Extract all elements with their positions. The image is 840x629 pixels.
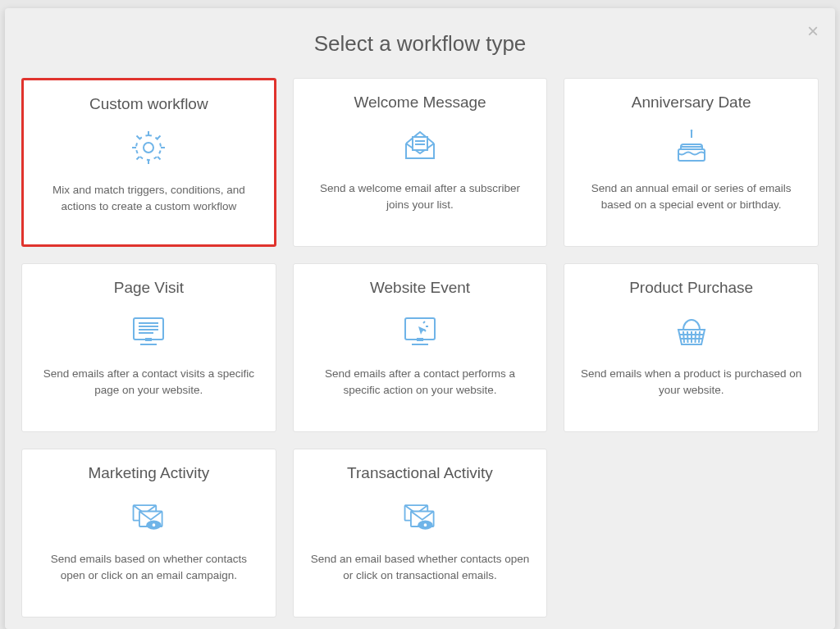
shopping-basket-icon bbox=[672, 312, 711, 351]
card-title: Welcome Message bbox=[354, 93, 486, 112]
workflow-type-modal: × Select a workflow type Custom workflow… bbox=[5, 8, 835, 629]
card-description: Send emails based on whether contacts op… bbox=[37, 551, 261, 583]
card-title: Transactional Activity bbox=[347, 464, 493, 482]
svg-point-31 bbox=[152, 522, 157, 527]
svg-line-18 bbox=[423, 321, 425, 323]
svg-line-20 bbox=[424, 330, 426, 331]
card-description: Send emails after a contact performs a s… bbox=[308, 366, 532, 398]
card-description: Mix and match triggers, conditions, and … bbox=[39, 182, 259, 214]
modal-title: Select a workflow type bbox=[21, 31, 819, 57]
monitor-click-icon bbox=[400, 312, 440, 351]
monitor-page-icon bbox=[129, 312, 168, 351]
card-marketing-activity[interactable]: Marketing Activity Send emails based on … bbox=[21, 449, 276, 618]
card-title: Page Visit bbox=[114, 279, 184, 297]
card-description: Send a welcome email after a subscriber … bbox=[308, 180, 532, 212]
svg-line-21 bbox=[683, 331, 684, 343]
svg-line-25 bbox=[699, 331, 700, 343]
card-page-visit[interactable]: Page Visit Send emails after a contact v… bbox=[21, 263, 276, 432]
card-transactional-activity[interactable]: Transactional Activity Send an email bas… bbox=[293, 449, 548, 618]
card-title: Website Event bbox=[370, 279, 470, 297]
card-website-event[interactable]: Website Event Send emails after a contac… bbox=[293, 263, 548, 432]
close-icon[interactable]: × bbox=[807, 21, 819, 41]
card-description: Send emails after a contact visits a spe… bbox=[37, 366, 261, 398]
svg-line-24 bbox=[695, 331, 696, 343]
card-title: Anniversary Date bbox=[632, 93, 751, 112]
modal-backdrop: × Select a workflow type Custom workflow… bbox=[0, 0, 840, 629]
svg-line-22 bbox=[687, 331, 688, 343]
svg-point-0 bbox=[144, 143, 153, 153]
card-anniversary-date[interactable]: Anniversary Date Send an annual email or… bbox=[564, 78, 819, 247]
card-description: Send an email based whether contacts ope… bbox=[308, 551, 532, 583]
birthday-cake-icon bbox=[672, 126, 711, 166]
card-product-purchase[interactable]: Product Purchase Send emails when a bbox=[564, 263, 819, 432]
card-custom-workflow[interactable]: Custom workflow Mix and match triggers, … bbox=[21, 78, 276, 247]
card-title: Marketing Activity bbox=[88, 464, 209, 482]
envelopes-eye-icon bbox=[129, 497, 168, 536]
workflow-type-grid: Custom workflow Mix and match triggers, … bbox=[21, 78, 819, 618]
card-welcome-message[interactable]: Welcome Message Send a welcome email aft… bbox=[293, 78, 548, 247]
gear-icon bbox=[129, 128, 168, 167]
card-title: Custom workflow bbox=[89, 95, 208, 113]
envelopes-eye-icon bbox=[400, 497, 440, 536]
svg-point-35 bbox=[423, 522, 428, 527]
card-title: Product Purchase bbox=[629, 279, 753, 297]
envelope-open-icon bbox=[400, 126, 440, 166]
card-description: Send an annual email or series of emails… bbox=[579, 180, 803, 212]
card-description: Send emails when a product is purchased … bbox=[579, 366, 803, 398]
